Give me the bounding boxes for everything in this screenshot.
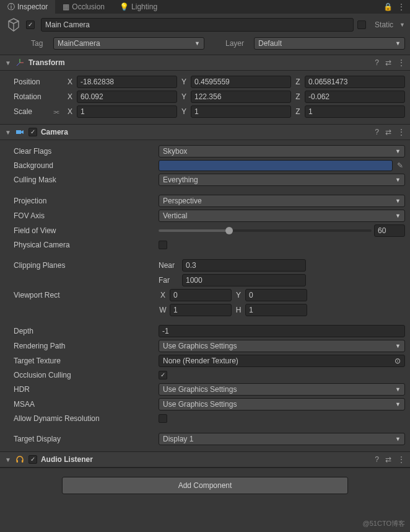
target-texture-field[interactable]: None (Render Texture)⊙ <box>159 355 405 367</box>
rotation-z-input[interactable] <box>305 91 405 103</box>
svg-rect-1 <box>16 460 18 463</box>
object-picker-icon[interactable]: ⊙ <box>395 357 401 365</box>
kebab-menu-icon[interactable]: ⋮ <box>398 128 405 136</box>
eyedropper-icon[interactable]: ✎ <box>395 161 405 170</box>
lightbulb-icon: 💡 <box>120 2 129 11</box>
constrain-proportions-icon[interactable]: ⫘ <box>53 108 59 115</box>
audio-listener-title: Audio Listener <box>41 455 93 464</box>
preset-icon[interactable]: ⇄ <box>385 58 391 67</box>
foldout-icon[interactable]: ▼ <box>5 456 11 463</box>
layer-value: Default <box>258 39 282 48</box>
msaa-label: MSAA <box>5 400 159 409</box>
svg-rect-2 <box>22 460 24 463</box>
axis-z: Z <box>294 78 302 86</box>
slider-thumb-icon[interactable] <box>225 227 233 234</box>
clear-flags-dropdown[interactable]: Skybox▼ <box>159 145 405 157</box>
tag-dropdown[interactable]: MainCamera▼ <box>53 37 204 50</box>
help-icon[interactable]: ? <box>375 58 379 67</box>
viewport-rect-label: Viewport Rect <box>5 291 159 299</box>
vp-y-input[interactable] <box>245 289 307 301</box>
audio-listener-header[interactable]: ▼ Audio Listener ? ⇄ ⋮ <box>0 451 410 468</box>
static-checkbox[interactable] <box>357 20 366 29</box>
vp-w-input[interactable] <box>170 304 232 316</box>
position-label: Position <box>5 78 66 86</box>
preset-icon[interactable]: ⇄ <box>385 128 391 136</box>
help-icon[interactable]: ? <box>375 128 379 136</box>
camera-body: Clear Flags Skybox▼ Background ✎ Culling… <box>0 140 410 451</box>
vp-h-input[interactable] <box>245 304 307 316</box>
active-checkbox[interactable] <box>26 20 35 29</box>
add-component-area: Add Component <box>0 468 410 503</box>
rotation-y-input[interactable] <box>191 91 291 103</box>
add-component-button[interactable]: Add Component <box>62 477 348 494</box>
tag-value: MainCamera <box>58 39 100 48</box>
transform-body: Position X Y Z Rotation X Y Z Scale ⫘ X … <box>0 71 410 124</box>
gameobject-icon[interactable] <box>5 16 22 33</box>
msaa-value: Use Graphics Settings <box>163 400 237 409</box>
background-label: Background <box>5 161 159 170</box>
axis-x: X <box>66 78 74 86</box>
audio-listener-enabled-checkbox[interactable] <box>28 455 37 464</box>
rotation-x-input[interactable] <box>77 91 177 103</box>
position-z-input[interactable] <box>305 76 405 88</box>
target-display-value: Display 1 <box>163 435 193 443</box>
target-display-dropdown[interactable]: Display 1▼ <box>159 433 405 445</box>
foldout-icon[interactable]: ▼ <box>5 60 11 66</box>
vp-x-input[interactable] <box>170 289 232 301</box>
gameobject-header: Static ▼ <box>0 14 410 36</box>
near-input[interactable] <box>182 259 306 272</box>
tab-inspector-label: Inspector <box>17 2 48 11</box>
scale-y-input[interactable] <box>191 105 291 118</box>
help-icon[interactable]: ? <box>375 455 379 464</box>
kebab-menu-icon[interactable]: ⋮ <box>398 455 405 464</box>
hdr-dropdown[interactable]: Use Graphics Settings▼ <box>159 383 405 396</box>
gameobject-name-input[interactable] <box>41 18 354 32</box>
axis-z: Z <box>294 92 302 101</box>
far-input[interactable] <box>182 274 306 286</box>
vp-w-label: W <box>159 306 167 314</box>
fov-axis-label: FOV Axis <box>5 211 159 220</box>
position-x-input[interactable] <box>77 76 177 88</box>
fov-axis-dropdown[interactable]: Vertical▼ <box>159 210 405 222</box>
foldout-icon[interactable]: ▼ <box>5 129 11 136</box>
static-dropdown[interactable]: ▼ <box>399 22 405 28</box>
camera-enabled-checkbox[interactable] <box>28 128 37 136</box>
occlusion-icon: ▦ <box>63 2 69 11</box>
fov-slider[interactable] <box>159 229 372 232</box>
info-icon: ⓘ <box>7 2 15 12</box>
kebab-menu-icon[interactable]: ⋮ <box>398 58 405 67</box>
vp-y-label: Y <box>234 291 243 299</box>
vp-x-label: X <box>159 291 167 299</box>
tab-inspector[interactable]: ⓘ Inspector <box>0 0 55 14</box>
culling-mask-dropdown[interactable]: Everything▼ <box>159 174 405 186</box>
camera-header[interactable]: ▼ Camera ? ⇄ ⋮ <box>0 124 410 140</box>
scale-z-input[interactable] <box>305 105 405 118</box>
scale-x-input[interactable] <box>77 105 177 118</box>
transform-header[interactable]: ▼ Transform ? ⇄ ⋮ <box>0 55 410 71</box>
projection-label: Projection <box>5 197 159 205</box>
fov-value-input[interactable] <box>374 224 405 237</box>
background-color-field[interactable] <box>159 160 393 171</box>
target-texture-label: Target Texture <box>5 357 159 365</box>
culling-mask-label: Culling Mask <box>5 175 159 184</box>
kebab-menu-icon[interactable]: ⋮ <box>398 2 405 11</box>
tag-label: Tag <box>31 39 50 48</box>
depth-input[interactable] <box>159 325 405 337</box>
transform-title: Transform <box>28 58 65 67</box>
clear-flags-label: Clear Flags <box>5 147 159 156</box>
projection-dropdown[interactable]: Perspective▼ <box>159 195 405 207</box>
dynamic-resolution-checkbox[interactable] <box>159 414 167 423</box>
preset-icon[interactable]: ⇄ <box>385 455 391 464</box>
watermark: @51CTO博客 <box>363 519 405 528</box>
position-y-input[interactable] <box>191 76 291 88</box>
occlusion-culling-checkbox[interactable] <box>159 371 167 379</box>
lock-icon[interactable]: 🔒 <box>383 2 393 11</box>
axis-x: X <box>66 107 74 116</box>
rendering-path-dropdown[interactable]: Use Graphics Settings▼ <box>159 340 405 352</box>
target-display-label: Target Display <box>5 435 159 443</box>
physical-camera-checkbox[interactable] <box>159 241 167 249</box>
layer-dropdown[interactable]: Default▼ <box>254 37 405 50</box>
tab-lighting[interactable]: 💡 Lighting <box>112 0 165 14</box>
tab-occlusion[interactable]: ▦ Occlusion <box>55 0 112 14</box>
msaa-dropdown[interactable]: Use Graphics Settings▼ <box>159 398 405 410</box>
